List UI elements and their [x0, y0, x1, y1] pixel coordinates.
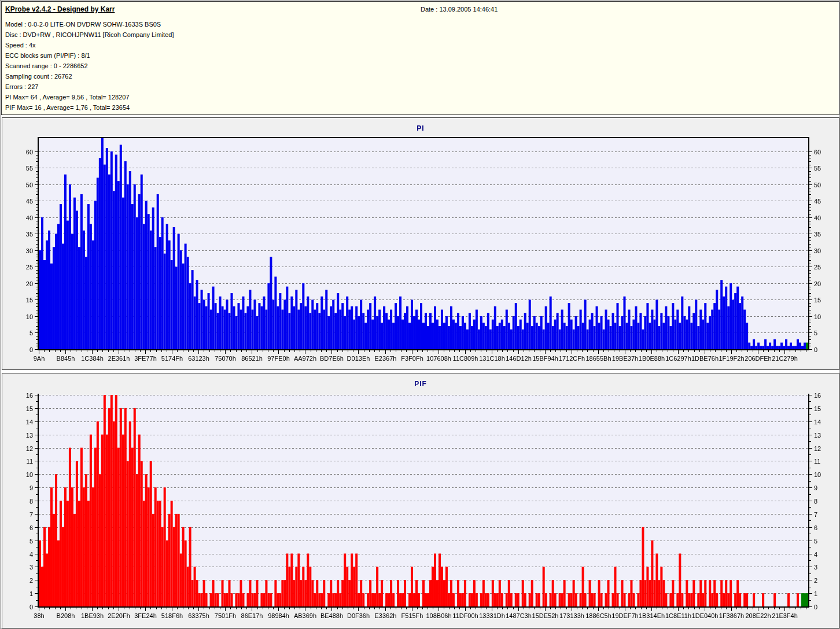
pif-chart-title: PIF	[2, 380, 839, 388]
info-speed: Speed : 4x	[5, 42, 36, 49]
pi-chart-canvas	[2, 118, 839, 369]
app-title: KProbe v2.4.2 - Designed by Karr	[5, 5, 115, 13]
info-errors: Errors : 227	[5, 83, 38, 90]
info-model: Model : 0-0-2-0 LITE-ON DVDRW SOHW-1633S…	[5, 21, 161, 28]
scan-date: Date : 13.09.2005 14:46:41	[421, 6, 498, 13]
scan-info-panel: KProbe v2.4.2 - Designed by Karr Date : …	[1, 1, 839, 115]
pif-chart-panel: PIF	[2, 373, 839, 628]
pi-chart-panel: PI	[2, 117, 839, 370]
info-ecc-blocks: ECC blocks sum (PI/PIF) : 8/1	[5, 52, 90, 59]
info-disc: Disc : DVD+RW , RICOHJPNW11 [Ricoh Compa…	[5, 31, 174, 38]
info-pif-summary: PIF Max= 16 , Average= 1,76 , Total= 236…	[5, 104, 130, 111]
info-pi-summary: PI Max= 64 , Average= 9,56 , Total= 1282…	[5, 94, 130, 101]
info-sampling-count: Sampling count : 26762	[5, 73, 72, 80]
kprobe-report-window: KProbe v2.4.2 - Designed by Karr Date : …	[0, 0, 840, 629]
pif-chart-canvas	[2, 373, 839, 627]
pi-chart-title: PI	[2, 124, 839, 132]
info-scanned-range: Scanned range : 0 - 2286652	[5, 62, 88, 69]
